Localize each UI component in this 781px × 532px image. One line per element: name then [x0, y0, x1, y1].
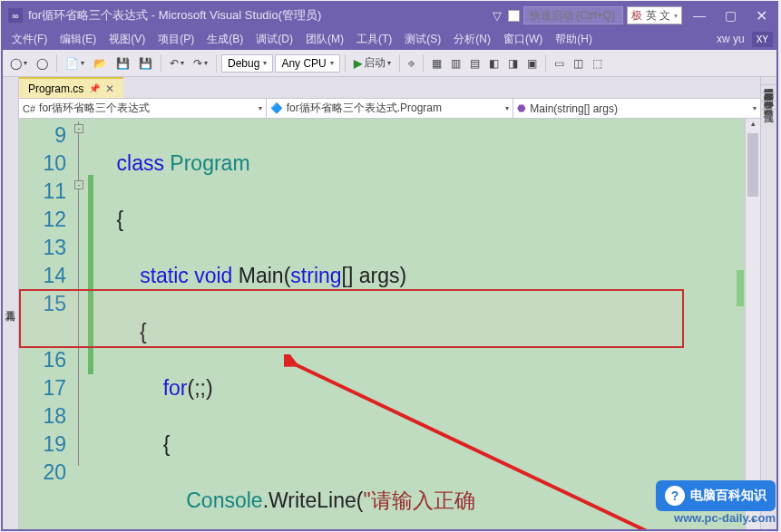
nav-project[interactable]: C#for循环省略三个表达式▾ — [19, 99, 267, 118]
solution-explorer-panel[interactable]: 解决方案资源管理器 — [761, 77, 776, 85]
undo-button[interactable]: ↶▾ — [166, 55, 188, 72]
properties-panel[interactable]: 属性 — [761, 102, 776, 110]
nav-class[interactable]: 🔷for循环省略三个表达式.Program▾ — [267, 99, 514, 118]
tool-a-icon[interactable]: ▦ — [428, 55, 445, 72]
maximize-button[interactable]: ▢ — [717, 6, 744, 24]
tool-e-icon[interactable]: ◨ — [504, 55, 522, 72]
menu-build[interactable]: 生成(B) — [201, 30, 249, 49]
scroll-thumb[interactable] — [747, 133, 758, 197]
new-button[interactable]: 📄▾ — [62, 55, 88, 72]
menu-view[interactable]: 视图(V) — [103, 30, 151, 49]
minimize-button[interactable]: — — [686, 6, 713, 24]
watermark: ?电脑百科知识 www.pc-daily.com — [656, 480, 776, 525]
tool-h-icon[interactable]: ◫ — [570, 55, 587, 72]
menu-window[interactable]: 窗口(W) — [498, 30, 548, 49]
tool-i-icon[interactable]: ⬚ — [589, 55, 606, 72]
open-button[interactable]: 📂 — [90, 55, 111, 72]
save-button[interactable]: 💾 — [112, 55, 133, 72]
menu-project[interactable]: 项目(P) — [152, 30, 200, 49]
code-editor[interactable]: 91011 121314 15 1617 181920 - - class Pr… — [19, 119, 760, 529]
menu-team[interactable]: 团队(M) — [300, 30, 349, 49]
back-button[interactable]: ◯▾ — [6, 55, 31, 72]
method-icon: ⬣ — [517, 102, 526, 114]
tab-close-icon[interactable]: ✕ — [105, 82, 114, 95]
csharp-icon: C# — [23, 103, 35, 114]
tool-g-icon[interactable]: ▭ — [551, 55, 568, 72]
tool-c-icon[interactable]: ▤ — [466, 55, 483, 72]
fold-box-icon[interactable]: - — [74, 124, 83, 133]
platform-combo[interactable]: Any CPU▾ — [275, 54, 339, 73]
user-badge[interactable]: XY — [752, 32, 773, 47]
menu-debug[interactable]: 调试(D) — [250, 30, 298, 49]
info-icon: ? — [665, 486, 685, 506]
forward-button[interactable]: ◯ — [33, 55, 52, 72]
tool-f-icon[interactable]: ▣ — [523, 55, 541, 72]
menu-file[interactable]: 文件(F) — [6, 30, 53, 49]
minimap[interactable] — [737, 130, 744, 529]
main-menu: 文件(F) 编辑(E) 视图(V) 项目(P) 生成(B) 调试(D) 团队(M… — [3, 28, 776, 50]
ime-indicator[interactable]: 极极 英 文英 文▾ — [627, 6, 682, 24]
menu-test[interactable]: 测试(S) — [399, 30, 446, 49]
highlight-box — [19, 289, 684, 348]
flag-icon[interactable]: ▽ — [493, 9, 502, 23]
tab-label: Program.cs — [28, 82, 83, 95]
step-icon[interactable]: ⎆ — [405, 55, 418, 72]
toolbox-panel[interactable]: 工具箱 — [3, 77, 19, 529]
start-button[interactable]: ▶启动▾ — [350, 53, 395, 73]
tool-d-icon[interactable]: ◧ — [485, 55, 503, 72]
menu-analyze[interactable]: 分析(N) — [448, 30, 496, 49]
app-icon: ∞ — [8, 8, 23, 23]
save-all-button[interactable]: 💾 — [135, 55, 156, 72]
class-icon: 🔷 — [270, 102, 283, 114]
pin-icon[interactable]: 📌 — [89, 83, 100, 93]
redo-button[interactable]: ↷▾ — [190, 55, 211, 72]
close-button[interactable]: ✕ — [747, 6, 775, 24]
tool-b-icon[interactable]: ▥ — [447, 55, 464, 72]
nav-method[interactable]: ⬣Main(string[] args)▾ — [513, 99, 760, 118]
window-title: for循环省略三个表达式 - Microsoft Visual Studio(管… — [28, 7, 493, 24]
fold-box-icon[interactable]: - — [74, 180, 83, 189]
menu-tools[interactable]: 工具(T) — [351, 30, 397, 49]
menu-edit[interactable]: 编辑(E) — [54, 30, 102, 49]
diagnostics-panel[interactable]: 诊断工具 — [761, 93, 776, 102]
quick-launch-input[interactable] — [523, 6, 623, 24]
config-combo[interactable]: Debug▾ — [221, 54, 273, 73]
tab-program[interactable]: Program.cs 📌 ✕ — [19, 77, 123, 98]
team-explorer-panel[interactable]: 团队资源管理器 — [761, 85, 776, 93]
vertical-scrollbar[interactable]: ▴ ▾ — [745, 119, 760, 529]
scroll-up-icon[interactable]: ▴ — [746, 119, 760, 132]
user-name[interactable]: xw yu — [711, 31, 750, 47]
notification-icon[interactable] — [508, 10, 520, 22]
menu-help[interactable]: 帮助(H) — [550, 30, 598, 49]
